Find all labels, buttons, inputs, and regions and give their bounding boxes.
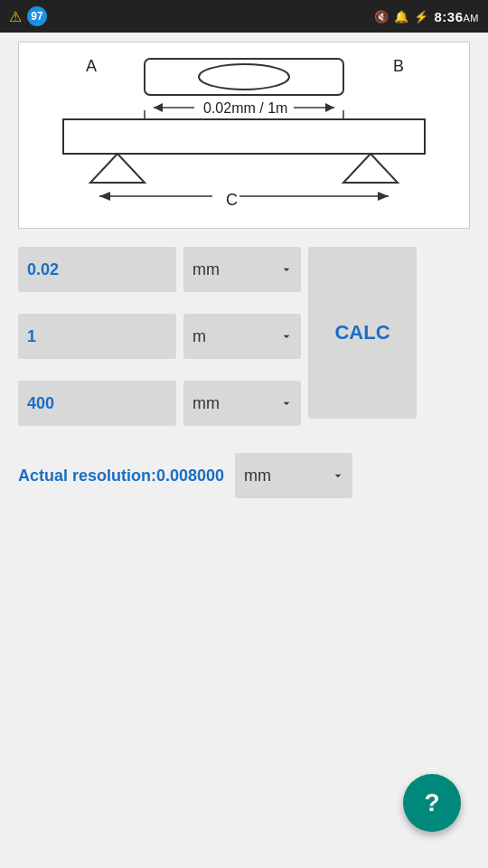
input-b[interactable]	[18, 314, 176, 359]
result-value: 0.008000	[156, 467, 224, 485]
mute-icon: 🔇	[374, 10, 389, 24]
help-fab[interactable]: ?	[403, 774, 461, 832]
status-bar: ⚠ 97 🔇 🔔 ⚡ 8:36AM	[0, 0, 488, 33]
input-rows-group: mm m in ft mm m in ft	[18, 247, 301, 437]
input-row-c: mm m in ft	[18, 381, 301, 426]
status-bar-right: 🔇 🔔 ⚡ 8:36AM	[374, 9, 479, 24]
unit-select-c-wrapper: mm m in ft	[176, 381, 301, 426]
result-label: Actual resolution:0.008000	[18, 467, 224, 486]
svg-marker-16	[378, 192, 389, 201]
calc-button[interactable]: CALC	[308, 247, 417, 419]
svg-rect-9	[63, 119, 425, 154]
input-row-b: mm m in ft	[18, 314, 301, 359]
input-c[interactable]	[18, 381, 176, 426]
unit-select-b-wrapper: mm m in ft	[176, 314, 301, 359]
warning-icon: ⚠	[9, 8, 22, 25]
battery-icon: ⚡	[414, 10, 428, 24]
notification-icon: 🔔	[394, 10, 408, 24]
diagram-svg: A B 0.02mm / 1m C	[36, 52, 452, 219]
svg-marker-15	[99, 192, 110, 201]
svg-text:B: B	[393, 57, 404, 75]
unit-select-a-wrapper: mm m in ft	[176, 247, 301, 292]
svg-marker-8	[325, 103, 334, 112]
notification-badge: 97	[27, 6, 47, 26]
main-content: mm m in ft mm m in ft	[0, 238, 488, 507]
input-a[interactable]	[18, 247, 176, 292]
svg-point-3	[199, 64, 289, 90]
unit-select-a[interactable]: mm m in ft	[183, 247, 301, 292]
svg-text:A: A	[86, 57, 97, 75]
input-row-a: mm m in ft	[18, 247, 301, 292]
svg-text:0.02mm / 1m: 0.02mm / 1m	[203, 100, 287, 116]
result-unit-select[interactable]: mm m in ft	[235, 453, 352, 498]
svg-text:C: C	[226, 191, 238, 209]
unit-select-c[interactable]: mm m in ft	[183, 381, 301, 426]
status-bar-left: ⚠ 97	[9, 6, 47, 26]
result-unit-wrapper: mm m in ft	[235, 453, 352, 498]
result-row: Actual resolution:0.008000 mm m in ft	[18, 453, 470, 498]
time-display: 8:36AM	[434, 9, 479, 24]
svg-marker-7	[154, 103, 163, 112]
inputs-and-calc: mm m in ft mm m in ft	[18, 247, 470, 437]
svg-marker-11	[343, 154, 398, 183]
svg-marker-10	[90, 154, 145, 183]
unit-select-b[interactable]: mm m in ft	[183, 314, 301, 359]
diagram-container: A B 0.02mm / 1m C	[18, 42, 470, 229]
